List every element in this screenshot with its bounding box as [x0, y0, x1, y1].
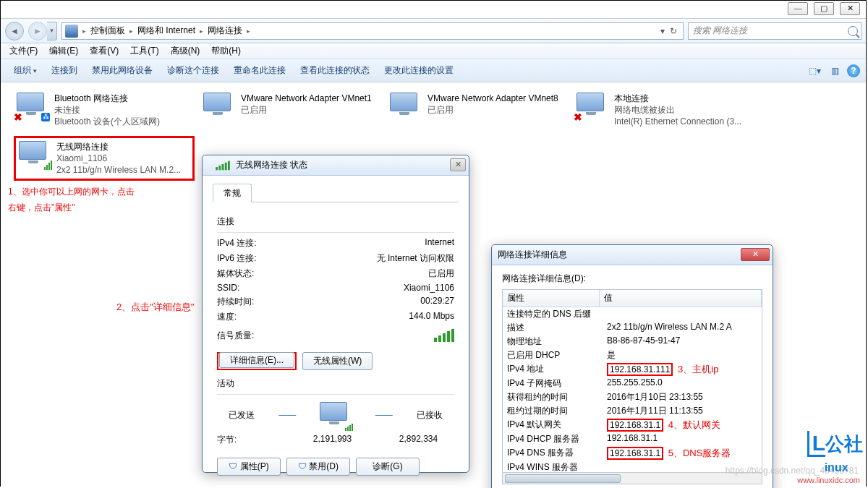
monitor-icon [17, 93, 44, 111]
organize-button[interactable]: 组织 [7, 61, 44, 80]
col-property[interactable]: 属性 [503, 290, 600, 307]
details-row[interactable]: IPv4 子网掩码255.255.255.0 [503, 377, 762, 390]
search-input[interactable]: 搜索 网络连接 [688, 22, 861, 40]
status-close-button[interactable]: ✕ [450, 158, 466, 171]
horizontal-scrollbar[interactable] [503, 472, 762, 484]
history-dropdown[interactable]: ▼ [47, 22, 57, 40]
annotation-inline: 4、默认网关 [668, 419, 720, 430]
adapter-item[interactable]: VMware Network Adapter VMnet1已启用 [200, 90, 381, 130]
signal-bars-icon [434, 329, 454, 342]
detail-key: IPv4 地址 [503, 363, 604, 376]
adapter-device: Bluetooth 设备(个人区域网) [54, 116, 160, 127]
breadcrumb[interactable]: ▸ 控制面板 ▸ 网络和 Internet ▸ 网络连接 ▸ ▾ ↻ [61, 22, 684, 40]
diagnose-button[interactable]: 诊断这个连接 [160, 61, 226, 80]
minimize-button[interactable]: — [788, 2, 808, 15]
detail-value: 192.168.31.1 5、DNS服务器 [604, 447, 762, 460]
connection-details-dialog: 网络连接详细信息 ✕ 网络连接详细信息(D): 属性 值 连接特定的 DNS 后… [491, 244, 773, 488]
view-status-button[interactable]: 查看此连接的状态 [293, 61, 377, 80]
properties-button[interactable]: 🛡 属性(P) [217, 458, 281, 476]
details-row[interactable]: IPv4 默认网关192.168.31.1 4、默认网关 [503, 418, 762, 432]
adapter-item[interactable]: 无线网络连接Xiaomi_11062x2 11b/g/n Wireless LA… [14, 136, 195, 181]
details-table: 属性 值 连接特定的 DNS 后缀描述2x2 11b/g/n Wireless … [502, 289, 762, 484]
wifi-status-dialog: 无线网络连接 状态 ✕ 常规 连接 IPv4 连接:InternetIPv6 连… [202, 155, 469, 473]
connect-to-button[interactable]: 连接到 [44, 61, 85, 80]
signal-quality-label: 信号质量: [217, 330, 254, 342]
detail-key: 已启用 DHCP [503, 349, 604, 361]
menu-edit[interactable]: 编辑(E) [45, 43, 82, 59]
detail-value: 2016年1月11日 11:13:55 [604, 405, 762, 417]
details-close-button[interactable]: ✕ [741, 248, 770, 261]
bytes-sent-value: 2,191,993 [297, 434, 368, 446]
adapter-item[interactable]: VMware Network Adapter VMnet8已启用 [387, 90, 568, 130]
menu-advanced[interactable]: 高级(N) [166, 43, 205, 59]
address-bar: ◄ ► ▼ ▸ 控制面板 ▸ 网络和 Internet ▸ 网络连接 ▸ ▾ ↻… [1, 19, 866, 43]
tab-general[interactable]: 常规 [213, 184, 252, 202]
status-key: 速度: [217, 311, 297, 323]
monitor-icon [576, 93, 604, 111]
bytes-label: 字节: [217, 434, 297, 446]
maximize-button[interactable]: ▢ [814, 2, 834, 15]
disconnected-icon: ✖ [14, 111, 24, 121]
disable-device-button[interactable]: 禁用此网络设备 [85, 61, 160, 80]
details-row[interactable]: IPv4 DNS 服务器192.168.31.1 5、DNS服务器 [503, 446, 762, 461]
annotation-1: 1、选中你可以上网的网卡，点击右键，点击"属性" [8, 184, 135, 215]
status-value: Internet [297, 237, 454, 249]
diagnose-button[interactable]: 诊断(G) [356, 458, 420, 476]
details-row[interactable]: 租约过期的时间2016年1月11日 11:13:55 [503, 404, 762, 418]
activity-monitor-icon [320, 402, 352, 428]
detail-key: IPv4 默认网关 [503, 419, 604, 432]
detail-key: 获得租约的时间 [503, 391, 604, 403]
detail-key: IPv4 DHCP 服务器 [503, 433, 604, 445]
details-row[interactable]: 描述2x2 11b/g/n Wireless LAN M.2 A [503, 321, 762, 335]
detail-value: 255.255.255.0 [604, 377, 762, 390]
menu-tools[interactable]: 工具(T) [126, 43, 163, 59]
detail-value: 2x2 11b/g/n Wireless LAN M.2 A [604, 322, 762, 334]
disconnected-icon: ✖ [574, 111, 584, 121]
crumb-control-panel[interactable]: 控制面板 [88, 25, 128, 37]
detail-key: IPv4 子网掩码 [503, 377, 604, 390]
status-value: 00:29:27 [297, 296, 454, 308]
detail-value [604, 308, 762, 320]
wireless-properties-button[interactable]: 无线属性(W) [302, 352, 373, 370]
menu-file[interactable]: 文件(F) [5, 43, 42, 59]
menu-view[interactable]: 查看(V) [85, 43, 123, 59]
menu-help[interactable]: 帮助(H) [207, 43, 245, 59]
forward-button[interactable]: ► [28, 22, 47, 40]
adapter-status: 未连接 [54, 104, 160, 116]
rename-button[interactable]: 重命名此连接 [226, 61, 293, 80]
details-dialog-title: 网络连接详细信息 [498, 249, 567, 261]
menu-bar: 文件(F) 编辑(E) 查看(V) 工具(T) 高级(N) 帮助(H) [1, 43, 866, 59]
disable-button[interactable]: 🛡 禁用(D) [286, 458, 350, 476]
address-dropdown-icon[interactable]: ▾ [660, 26, 665, 36]
adapter-item[interactable]: ✖本地连接网络电缆被拔出Intel(R) Ethernet Connection… [574, 90, 754, 130]
details-button[interactable]: 详细信息(E)... [219, 352, 294, 368]
preview-pane-icon[interactable]: ▥ [827, 63, 843, 79]
details-row[interactable]: 获得租约的时间2016年1月10日 23:13:55 [503, 390, 762, 404]
location-icon [65, 25, 78, 38]
adapter-device: Intel(R) Ethernet Connection (3... [614, 116, 741, 127]
details-row[interactable]: IPv4 DHCP 服务器192.168.31.1 [503, 432, 762, 446]
details-row[interactable]: IPv4 地址192.168.31.111 3、主机ip [503, 362, 762, 377]
wifi-icon [216, 160, 230, 170]
details-row[interactable]: 物理地址B8-86-87-45-91-47 [503, 335, 762, 348]
details-row[interactable]: 连接特定的 DNS 后缀 [503, 307, 762, 321]
recv-arrows-icon: —— [375, 410, 393, 420]
help-icon[interactable]: ? [847, 64, 860, 77]
view-mode-icon[interactable]: ⬚▾ [807, 63, 822, 79]
annotation-2: 2、点击"详细信息" [116, 299, 194, 315]
col-value[interactable]: 值 [600, 290, 762, 307]
crumb-network-internet[interactable]: 网络和 Internet [135, 25, 198, 37]
crumb-network-connections[interactable]: 网络连接 [205, 25, 245, 37]
back-button[interactable]: ◄ [5, 22, 24, 40]
change-settings-button[interactable]: 更改此连接的设置 [377, 61, 461, 80]
detail-key: 描述 [503, 322, 604, 334]
refresh-icon[interactable]: ↻ [670, 26, 677, 36]
adapter-item[interactable]: ✖⁂Bluetooth 网络连接未连接Bluetooth 设备(个人区域网) [14, 90, 195, 130]
details-row[interactable]: 已启用 DHCP是 [503, 348, 762, 362]
status-key: IPv4 连接: [217, 237, 297, 249]
detail-value: 2016年1月10日 23:13:55 [604, 391, 762, 403]
wifi-bars-icon [44, 160, 52, 170]
close-button[interactable]: ✕ [840, 2, 860, 15]
detail-key: IPv4 DNS 服务器 [503, 447, 604, 460]
adapter-status: 已启用 [241, 104, 372, 116]
